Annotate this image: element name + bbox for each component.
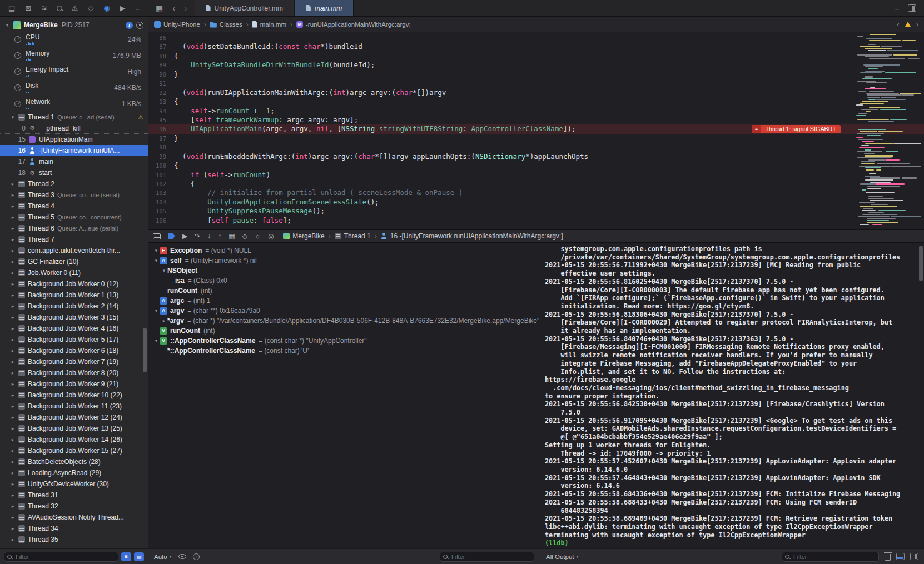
- breadcrumb-item[interactable]: Thread 1: [335, 232, 371, 240]
- thread-row[interactable]: ▸Background Job.Worker 14 (26): [0, 434, 148, 445]
- disclosure-right-icon[interactable]: ▸: [10, 415, 16, 420]
- thread-row[interactable]: ▸Thread 3Queue: co...rite (serial): [0, 189, 148, 201]
- console-output[interactable]: systemgroup.com.apple.configurationprofi…: [540, 243, 924, 548]
- thread-row[interactable]: ▸Background Job.Worker 6 (18): [0, 345, 148, 356]
- disclosure-right-icon[interactable]: ▸: [10, 270, 16, 276]
- thread-row[interactable]: ▸Background Job.Worker 15 (27): [0, 445, 148, 456]
- quicklook-icon[interactable]: [178, 554, 186, 559]
- disclosure-right-icon[interactable]: ▸: [10, 359, 16, 365]
- thread-row[interactable]: ▾Thread 1Queue: c...ad (serial)⚠: [0, 112, 148, 123]
- forward-button[interactable]: ›: [185, 4, 187, 13]
- disclosure-right-icon[interactable]: ▸: [10, 248, 16, 253]
- disclosure-right-icon[interactable]: ▸: [10, 348, 16, 353]
- disclosure-down-icon[interactable]: ▾: [153, 248, 160, 253]
- disclosure-right-icon[interactable]: ▸: [10, 370, 16, 376]
- code-line[interactable]: 94 self->runCount += 1;: [148, 107, 924, 116]
- environment-overrides-button[interactable]: ☼: [255, 233, 261, 239]
- hide-debug-area-button[interactable]: [153, 233, 161, 239]
- thread-row[interactable]: ▸Background Job.Worker 12 (24): [0, 412, 148, 423]
- debug-view-hierarchy-button[interactable]: ▦: [228, 233, 235, 239]
- disclosure-right-icon[interactable]: ▸: [10, 526, 16, 531]
- thread-row[interactable]: ▸com.apple.uikit.eventfetch-thr...: [0, 245, 148, 256]
- variable-row[interactable]: runCount(int): [148, 286, 540, 296]
- disclosure-right-icon[interactable]: ▸: [10, 515, 16, 520]
- gauge-row-energy-impact[interactable]: Energy ImpactHigh: [0, 63, 148, 79]
- stack-frame-row[interactable]: 0⚙__pthread_kill: [0, 123, 148, 134]
- symbols-navigator-icon[interactable]: ≋: [41, 4, 47, 12]
- console-scope-selector[interactable]: All Output ▾: [546, 553, 579, 560]
- thread-row[interactable]: ▸Background Job.Worker 0 (12): [0, 278, 148, 290]
- disclosure-right-icon[interactable]: ▸: [10, 192, 16, 198]
- disclosure-right-icon[interactable]: ▸: [10, 426, 16, 431]
- disclosure-down-icon[interactable]: ▾: [4, 22, 10, 28]
- variable-row[interactable]: ▾Aargv= (char **) 0x16eaa79a0: [148, 306, 540, 316]
- disclosure-right-icon[interactable]: ▸: [10, 503, 16, 509]
- disclosure-right-icon[interactable]: ▸: [10, 203, 16, 209]
- code-line[interactable]: 90}: [148, 70, 924, 79]
- gauge-row-memory[interactable]: Memory176.9 MB: [0, 47, 148, 63]
- disclosure-right-icon[interactable]: ▸: [10, 303, 16, 309]
- thread-row[interactable]: ▸Background Job.Worker 5 (17): [0, 334, 148, 345]
- variables-filter-input[interactable]: [440, 552, 534, 562]
- thread-row[interactable]: ▸Thread 32: [0, 501, 148, 512]
- thread-row[interactable]: ▸Background Job.Worker 1 (13): [0, 290, 148, 301]
- thread-row[interactable]: ▸Thread 4: [0, 201, 148, 212]
- issues-navigator-icon[interactable]: ⚠: [72, 4, 78, 12]
- thread-row[interactable]: ▸Thread 34: [0, 523, 148, 534]
- variable-row[interactable]: ▾EException= (void *) NULL: [148, 246, 540, 256]
- thread-row[interactable]: ▸UnityGfxDeviceWorker (30): [0, 478, 148, 490]
- thread-row[interactable]: ▸Job.Worker 0 (11): [0, 267, 148, 278]
- stack-frame-row[interactable]: 16-[UnityFramework runUIA...: [0, 145, 148, 156]
- variable-row[interactable]: *::AppControllerClassName= (const char) …: [148, 346, 540, 356]
- breadcrumb-item[interactable]: M-runUIApplicationMainWithArgc:argv:: [296, 21, 411, 28]
- console-pane-toggle-icon[interactable]: [910, 553, 918, 560]
- thread-row[interactable]: ▸Background Job.Worker 2 (14): [0, 301, 148, 312]
- disclosure-right-icon[interactable]: ▸: [10, 292, 16, 298]
- disclosure-right-icon[interactable]: ▸: [161, 318, 167, 323]
- code-line[interactable]: 106 [self pause: false];: [148, 216, 924, 225]
- step-into-button[interactable]: ↓: [207, 233, 211, 239]
- pause-process-icon[interactable]: [136, 22, 143, 29]
- breadcrumb-item[interactable]: MergeBike: [283, 232, 324, 240]
- code-line[interactable]: 102 {: [148, 179, 924, 188]
- step-out-button[interactable]: ↑: [218, 233, 221, 239]
- debug-navigator-icon[interactable]: ◉: [103, 4, 110, 12]
- step-over-button[interactable]: ↷: [195, 233, 200, 239]
- disclosure-right-icon[interactable]: ▸: [10, 237, 16, 242]
- code-line[interactable]: 96 UIApplicationMain(argc, argv, nil, [N…: [148, 124, 924, 133]
- debug-info-badge[interactable]: i: [126, 22, 133, 29]
- variables-pane-toggle-icon[interactable]: [896, 553, 905, 560]
- code-line[interactable]: 99- (void)runEmbeddedWithArgc:(int)argc …: [148, 152, 924, 161]
- project-navigator-icon[interactable]: ▤: [8, 4, 15, 12]
- stack-frame-row[interactable]: 17main: [0, 156, 148, 167]
- thread-row[interactable]: ▸BatchDeleteObjects (28): [0, 456, 148, 467]
- disclosure-right-icon[interactable]: ▸: [10, 459, 16, 465]
- thread-row[interactable]: ▸Loading.AsyncRead (29): [0, 467, 148, 478]
- disclosure-right-icon[interactable]: ▸: [10, 226, 16, 231]
- gauge-row-network[interactable]: Network1 KB/s: [0, 96, 148, 112]
- variable-row[interactable]: isa= (Class) 0x0: [148, 276, 540, 286]
- source-control-navigator-icon[interactable]: ⊠: [25, 4, 31, 12]
- thread-row[interactable]: ▸Background Job.Worker 13 (25): [0, 423, 148, 434]
- warning-icon[interactable]: [905, 22, 911, 27]
- disclosure-right-icon[interactable]: ▸: [10, 326, 16, 331]
- thread-row[interactable]: ▸Thread 7: [0, 234, 148, 245]
- thread-row[interactable]: ▸AVAudioSession Notify Thread...: [0, 512, 148, 523]
- disclosure-right-icon[interactable]: ▸: [10, 381, 16, 387]
- thread-row[interactable]: ▸Background Job.Worker 10 (22): [0, 390, 148, 401]
- process-row[interactable]: ▾ MergeBike PID 2517 i: [0, 19, 148, 31]
- disclosure-right-icon[interactable]: ▸: [10, 537, 16, 542]
- variable-row[interactable]: ▸*argv= (char *) "/var/containers/Bundle…: [148, 316, 540, 326]
- disclosure-right-icon[interactable]: ▸: [10, 437, 16, 442]
- variable-row[interactable]: Aargc= (int) 1: [148, 296, 540, 306]
- tab-unityappcontroller-mm[interactable]: UnityAppController.mm: [195, 0, 295, 16]
- next-issue-icon[interactable]: ›: [916, 20, 918, 28]
- minimap[interactable]: [855, 34, 921, 228]
- breadcrumb-item[interactable]: main.mm: [252, 21, 286, 28]
- variable-row[interactable]: ▾V::AppControllerClassName= (const char …: [148, 336, 540, 346]
- thread-row[interactable]: ▸Thread 35: [0, 534, 148, 545]
- disclosure-down-icon[interactable]: ▾: [153, 308, 160, 313]
- disclosure-right-icon[interactable]: ▸: [10, 448, 16, 453]
- thread-row[interactable]: ▸Thread 5Queue: co...concurrent): [0, 212, 148, 223]
- breakpoints-toggle-button[interactable]: [168, 233, 175, 239]
